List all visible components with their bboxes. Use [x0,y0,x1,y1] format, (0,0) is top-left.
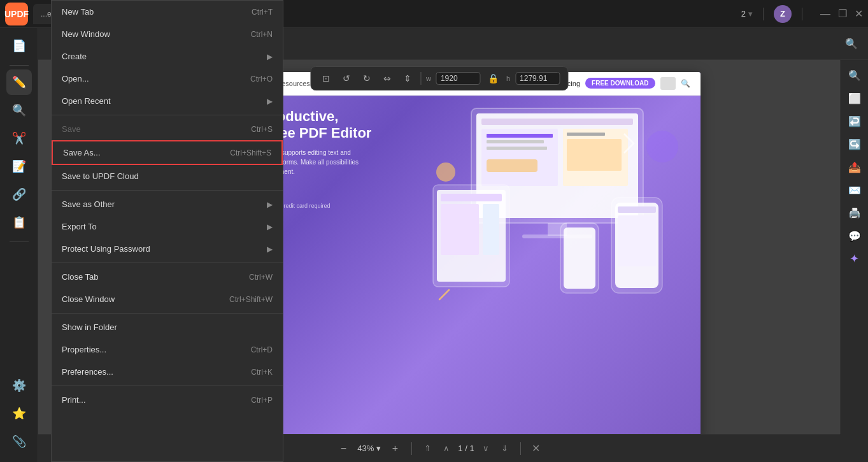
sidebar-item-2[interactable]: 🔍 [6,97,32,123]
rotate-right-icon[interactable]: ↻ [359,71,374,86]
menu-item-shortcut: Ctrl+P [251,396,273,405]
right-sidebar: 🔍 ⬜ ↩️ ↪️ 📤 ✉️ 🖨️ 💬 ✦ [840,60,868,434]
menu-item-export-to[interactable]: Export To▶ [52,215,283,238]
menu-item-label: Close Window [62,294,115,304]
menu-divider [52,115,283,115]
menu-item-create[interactable]: Create▶ [52,45,283,68]
lock-ratio-icon[interactable]: 🔒 [486,71,501,86]
bottom-separator [411,442,412,455]
menu-divider [52,386,283,386]
menu-item-label: Print... [62,395,86,405]
bottom-separator-2 [520,442,521,455]
svg-rect-20 [618,206,656,213]
menu-divider [52,313,283,314]
menu-item-save-as-other[interactable]: Save as Other▶ [52,193,283,215]
right-search-icon[interactable]: 🔍 [844,65,865,85]
sidebar-divider-1 [10,242,29,242]
svg-rect-16 [441,204,479,255]
toolbar-search[interactable]: 🔍 [845,38,858,50]
page-last-button[interactable]: ⇓ [497,441,513,456]
right-crop-icon[interactable]: ⬜ [844,88,865,108]
tab-right-area: 2 ▾ Z — ❐ ✕ [741,5,863,23]
menu-item-close-window[interactable]: Close WindowCtrl+Shift+W [52,288,283,310]
menu-item-shortcut: Ctrl+K [251,368,273,377]
menu-item-new-window[interactable]: New WindowCtrl+N [52,23,283,45]
menu-item-shortcut: Ctrl+O [250,75,273,83]
menu-item-shortcut: Ctrl+S [251,125,273,134]
svg-rect-21 [618,215,656,266]
page-number-display: 2 ▾ [741,9,753,18]
zoom-in-button[interactable]: + [386,440,404,458]
sidebar-item-edit[interactable]: ✏️ [6,69,32,95]
flip-v-icon[interactable]: ⇕ [400,71,415,86]
page-next-button[interactable]: ∨ [478,441,494,456]
menu-item-open-[interactable]: Open...Ctrl+O [52,68,283,90]
svg-rect-9 [487,159,537,172]
svg-rect-8 [487,147,547,150]
width-label: w [426,75,431,82]
right-email-icon[interactable]: ✉️ [844,180,865,200]
menu-item-show-in-folder[interactable]: Show in Folder [52,316,283,338]
menu-item-properties-[interactable]: Properties...Ctrl+D [52,338,283,361]
menu-item-save: SaveCtrl+S [52,118,283,140]
menu-item-preferences-[interactable]: Preferences...Ctrl+K [52,361,283,383]
sidebar-item-3[interactable]: ✂️ [6,126,32,151]
menu-item-label: Create [62,52,87,61]
menu-item-arrow-icon: ▶ [267,245,273,254]
right-redo-icon[interactable]: ↪️ [844,134,865,154]
right-print-icon[interactable]: 🖨️ [844,203,865,223]
svg-rect-7 [487,140,544,143]
right-comment-icon[interactable]: 💬 [844,226,865,246]
menu-item-save-as-[interactable]: Save As...Ctrl+Shift+S [52,140,283,165]
toolbar-separator [420,72,421,85]
height-label: h [506,75,510,82]
user-avatar[interactable]: Z [774,5,792,23]
close-button[interactable]: ✕ [855,8,863,20]
menu-item-arrow-icon: ▶ [267,200,273,209]
sidebar-item-layers[interactable]: ⚙️ [6,373,32,398]
menu-item-label: Export To [62,222,97,231]
close-zoom-button[interactable]: ✕ [529,441,544,456]
zoom-chevron-icon: ▾ [376,444,381,453]
width-input[interactable] [436,72,481,85]
pdf-devices-area [382,96,701,435]
fit-icon[interactable]: ⊡ [318,71,334,86]
svg-rect-17 [483,204,499,255]
sidebar-item-6[interactable]: 📋 [6,210,32,235]
menu-item-new-tab[interactable]: New TabCtrl+T [52,1,283,23]
menu-item-label: New Window [62,29,110,39]
rotate-left-icon[interactable]: ↺ [339,71,354,86]
app-logo: UPDF [5,3,28,25]
pdf-nav-right: Pricing FREE DOWNLOAD 🔍 [559,77,690,90]
right-ai-icon[interactable]: ✦ [844,249,865,269]
flip-h-icon[interactable]: ⇔ [380,71,395,86]
sidebar-item-attach[interactable]: 📎 [6,429,32,454]
right-undo-icon[interactable]: ↩️ [844,111,865,131]
devices-svg [395,96,701,338]
svg-rect-12 [567,139,622,171]
menu-item-close-tab[interactable]: Close TabCtrl+W [52,266,283,288]
page-info-display: 1 / 1 [458,444,474,453]
sidebar-item-5[interactable]: 🔗 [6,182,32,207]
menu-item-arrow-icon: ▶ [267,52,273,61]
sidebar-item-4[interactable]: 📝 [6,154,32,179]
menu-item-save-to-updf-cloud[interactable]: Save to UPDF Cloud [52,165,283,187]
page-first-button[interactable]: ⇑ [420,441,435,456]
menu-item-shortcut: Ctrl+D [251,345,273,354]
menu-item-label: Preferences... [62,367,113,377]
page-prev-button[interactable]: ∧ [439,441,454,456]
sidebar-item-bookmark[interactable]: ⭐ [6,401,32,426]
right-share-icon[interactable]: 📤 [844,157,865,177]
menu-item-label: Save [62,124,81,134]
menu-divider [52,190,283,191]
svg-rect-23 [564,227,595,289]
sidebar-item-0[interactable]: 📄 [6,33,32,59]
minimize-button[interactable]: — [820,8,830,20]
zoom-out-button[interactable]: − [334,440,352,458]
menu-item-open-recent[interactable]: Open Recent▶ [52,90,283,112]
maximize-button[interactable]: ❐ [838,8,847,20]
menu-item-print-[interactable]: Print...Ctrl+P [52,389,283,411]
height-input[interactable] [515,72,560,85]
menu-item-protect-using-password[interactable]: Protect Using Password▶ [52,238,283,260]
menu-item-label: Protect Using Password [62,244,150,254]
